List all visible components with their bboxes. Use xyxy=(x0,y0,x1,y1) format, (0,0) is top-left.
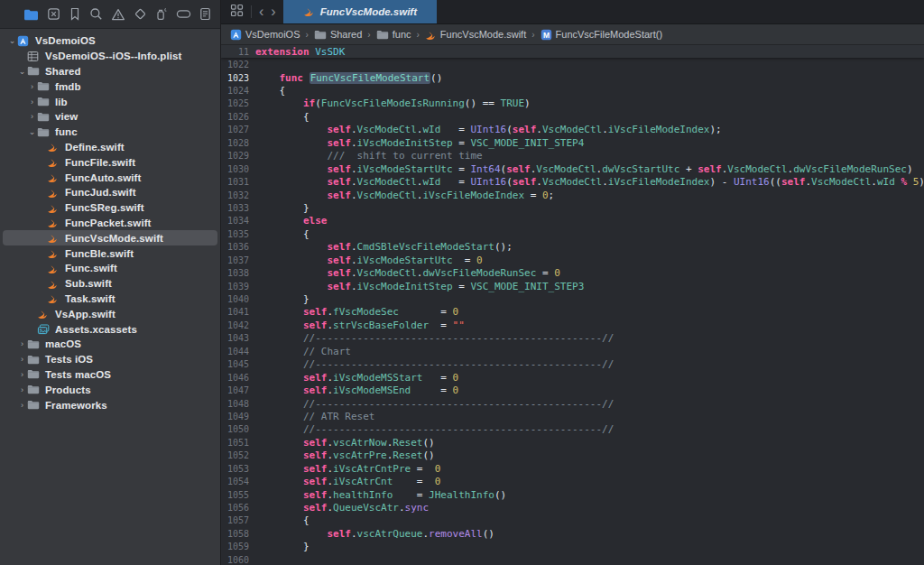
tree-item-define-swift[interactable]: Define.swift xyxy=(0,140,220,155)
line-number: 1055 xyxy=(221,490,255,500)
breadcrumb-item-vsdemoios[interactable]: VsDemoiOS xyxy=(230,29,300,41)
code-line-1057: 1057 { xyxy=(221,514,924,527)
disclosure-chevron-icon[interactable]: › xyxy=(27,112,37,121)
debug-icon[interactable] xyxy=(155,5,168,23)
disclosure-chevron-icon[interactable]: › xyxy=(27,82,37,91)
disclosure-chevron-icon[interactable]: ⌄ xyxy=(17,67,27,76)
tree-item-func-swift[interactable]: Func.swift xyxy=(0,261,220,276)
code-line-1043: 1043 //---------------------------------… xyxy=(221,332,924,345)
source-editor[interactable]: 11 extension VsSDK 10221023 func FuncVsc… xyxy=(221,45,924,565)
tree-item-funcsreg-swift[interactable]: FuncSReg.swift xyxy=(0,200,220,216)
disclosure-chevron-icon[interactable]: › xyxy=(17,370,27,379)
code-text: self.QueueVscAtr.sync xyxy=(255,502,924,514)
code-token: . xyxy=(351,190,357,201)
bookmarks-icon[interactable] xyxy=(69,5,81,23)
code-token xyxy=(255,411,303,422)
tree-item-shared[interactable]: ⌄Shared xyxy=(0,64,220,79)
line-number: 1048 xyxy=(221,399,255,409)
code-token: iVscModeInitStep xyxy=(357,281,453,292)
project-navigator-icon[interactable] xyxy=(23,5,39,23)
breadcrumb-item-funcvscfilemodestart-[interactable]: MFuncVscFileModeStart() xyxy=(541,29,663,41)
tree-item-view[interactable]: ›view xyxy=(0,109,220,125)
tree-item-label: FuncPacket.swift xyxy=(65,218,152,228)
code-token: . xyxy=(351,281,357,292)
breadcrumb-item-funcvscmode-swift[interactable]: FuncVscMode.swift xyxy=(425,29,526,41)
tests-icon[interactable] xyxy=(134,5,147,23)
code-token: () xyxy=(494,489,506,501)
code-token: + xyxy=(679,163,698,175)
code-line-1022: 1022 xyxy=(221,58,924,70)
tree-item-sub-swift[interactable]: Sub.swift xyxy=(0,276,220,292)
code-token: // Chart xyxy=(303,346,351,357)
navigator-toolbar xyxy=(0,0,220,29)
tree-item-products[interactable]: ›Products xyxy=(0,382,220,397)
forward-button[interactable]: › xyxy=(271,5,275,19)
tree-item-vsapp-swift[interactable]: VsApp.swift xyxy=(0,306,220,321)
breadcrumb-item-shared[interactable]: Shared xyxy=(314,29,362,40)
disclosure-chevron-icon[interactable]: › xyxy=(17,339,27,348)
code-text: self.healthInfo = JHealthInfo() xyxy=(255,489,924,501)
find-icon[interactable] xyxy=(89,5,103,23)
code-text: { xyxy=(255,228,924,240)
code-token: self xyxy=(327,137,351,149)
disclosure-chevron-icon[interactable]: ⌄ xyxy=(27,127,37,136)
code-token: self xyxy=(698,163,722,175)
tree-item-vsdemoios[interactable]: ⌄VsDemoiOS xyxy=(0,33,220,49)
tree-item-label: lib xyxy=(55,97,68,107)
tree-item-task-swift[interactable]: Task.swift xyxy=(0,292,220,307)
code-token xyxy=(255,423,303,435)
tree-item-funcvscmode-swift[interactable]: FuncVscMode.swift xyxy=(0,230,220,245)
tree-item-label: Products xyxy=(45,384,91,395)
disclosure-chevron-icon[interactable]: › xyxy=(17,385,27,394)
tree-item-funcauto-swift[interactable]: FuncAuto.swift xyxy=(0,170,220,185)
tree-item-macos[interactable]: ›macOS xyxy=(0,337,220,352)
breakpoints-icon[interactable] xyxy=(176,5,191,23)
line-number: 1034 xyxy=(221,216,255,226)
code-line-1050: 1050 //---------------------------------… xyxy=(221,423,924,436)
tree-item-lib[interactable]: ›lib xyxy=(0,94,220,109)
tree-item-tests-ios[interactable]: ›Tests iOS xyxy=(0,352,220,367)
code-token xyxy=(255,489,303,501)
code-line-1058: 1058 self.vscAtrQueue.removeAll() xyxy=(221,527,924,540)
issues-icon[interactable] xyxy=(111,5,125,23)
code-token: UInt16 xyxy=(470,176,506,188)
line-number: 1022 xyxy=(221,60,255,69)
tree-item-assets-xcassets[interactable]: Assets.xcassets xyxy=(0,321,220,337)
back-button[interactable]: ‹ xyxy=(259,5,263,19)
code-text: self.fVscModeSec = 0 xyxy=(255,306,924,318)
breadcrumb-separator: › xyxy=(306,30,309,40)
line-number: 1052 xyxy=(221,450,255,460)
code-line-1026: 1026 { xyxy=(221,110,924,123)
tree-item-funcjud-swift[interactable]: FuncJud.swift xyxy=(0,185,220,200)
source-control-icon[interactable] xyxy=(47,5,60,23)
breadcrumb-item-func[interactable]: func xyxy=(376,29,411,40)
tree-item-frameworks[interactable]: ›Frameworks xyxy=(0,397,220,412)
disclosure-chevron-icon[interactable]: ⌄ xyxy=(7,36,17,45)
code-token: FuncVscFileModeIsRunning xyxy=(321,97,465,109)
code-line-1033: 1033 } xyxy=(221,201,924,214)
code-token: vscAtrQueue xyxy=(357,528,423,540)
tree-item-vsdemoios-ios-info-plist[interactable]: VsDemoiOS--iOS--Info.plist xyxy=(0,49,220,64)
disclosure-chevron-icon[interactable]: › xyxy=(27,97,37,107)
tab-funcvscmode[interactable]: FuncVscMode.swift xyxy=(283,0,437,23)
tree-item-funcpacket-swift[interactable]: FuncPacket.swift xyxy=(0,216,220,231)
file-tree[interactable]: ⌄VsDemoiOSVsDemoiOS--iOS--Info.plist⌄Sha… xyxy=(0,29,220,565)
tree-item-tests-macos[interactable]: ›Tests macOS xyxy=(0,367,220,383)
tree-item-label: FuncSReg.swift xyxy=(65,202,144,213)
code-line-1054: 1054 self.iVscAtrCnt = 0 xyxy=(221,475,924,487)
code-token: ) xyxy=(524,97,531,109)
editor-grid-icon[interactable] xyxy=(230,4,244,21)
editor-area: ‹ › FuncVscMode.swift VsDemoiOS›Shared›f… xyxy=(221,0,924,565)
tree-item-fmdb[interactable]: ›fmdb xyxy=(0,79,220,94)
line-number: 1049 xyxy=(221,412,255,421)
disclosure-chevron-icon[interactable]: › xyxy=(17,355,27,364)
tree-item-funcfile-swift[interactable]: FuncFile.swift xyxy=(0,154,220,170)
tree-item-funcble-swift[interactable]: FuncBle.swift xyxy=(0,245,220,261)
tree-item-label: VsApp.swift xyxy=(55,309,116,320)
code-token: iVscAtrCntPre xyxy=(333,463,411,475)
tree-item-func[interactable]: ⌄func xyxy=(0,125,220,140)
code-text: self.vscAtrNow.Reset() xyxy=(255,437,924,449)
reports-icon[interactable] xyxy=(199,5,212,23)
disclosure-chevron-icon[interactable]: › xyxy=(17,401,27,410)
code-token: vscAtrPre xyxy=(333,449,387,461)
